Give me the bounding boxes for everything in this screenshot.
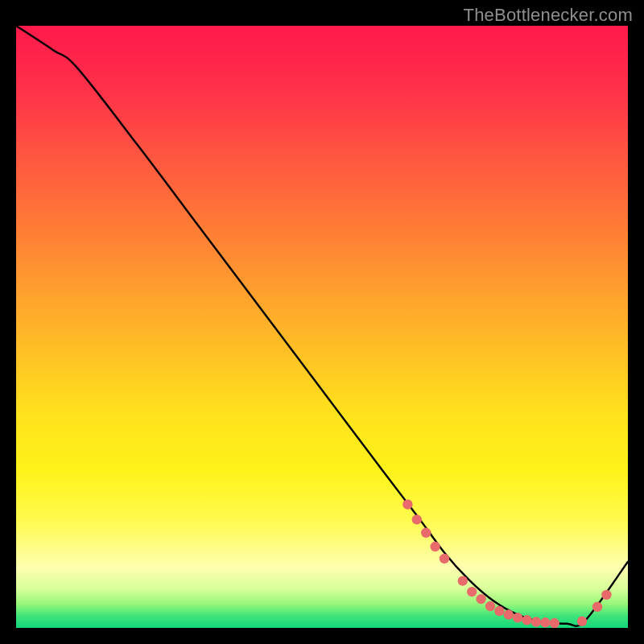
curve-marker [412, 514, 422, 524]
curve-marker [592, 602, 602, 612]
curve-marker [430, 542, 440, 551]
curve-marker [476, 594, 485, 604]
curve-marker [467, 587, 477, 597]
curve-marker [402, 499, 412, 509]
chart-svg [16, 26, 628, 628]
curve-marker [504, 609, 514, 619]
attribution-label: TheBottlenecker.com [464, 5, 633, 26]
curve-marker [522, 615, 531, 625]
chart-frame: TheBottlenecker.com [0, 0, 644, 644]
plot-area [16, 26, 628, 628]
bottleneck-curve [16, 26, 628, 626]
curve-marker [440, 554, 449, 564]
curve-marker [540, 617, 550, 627]
curve-marker [421, 528, 431, 538]
curve-marker [550, 618, 559, 628]
curve-marker [458, 576, 468, 585]
curve-marker [513, 613, 522, 622]
curve-marker [494, 606, 504, 616]
curve-marker [485, 601, 495, 611]
curve-marker [577, 617, 587, 626]
curve-marker [531, 617, 541, 626]
curve-marker [601, 590, 611, 600]
